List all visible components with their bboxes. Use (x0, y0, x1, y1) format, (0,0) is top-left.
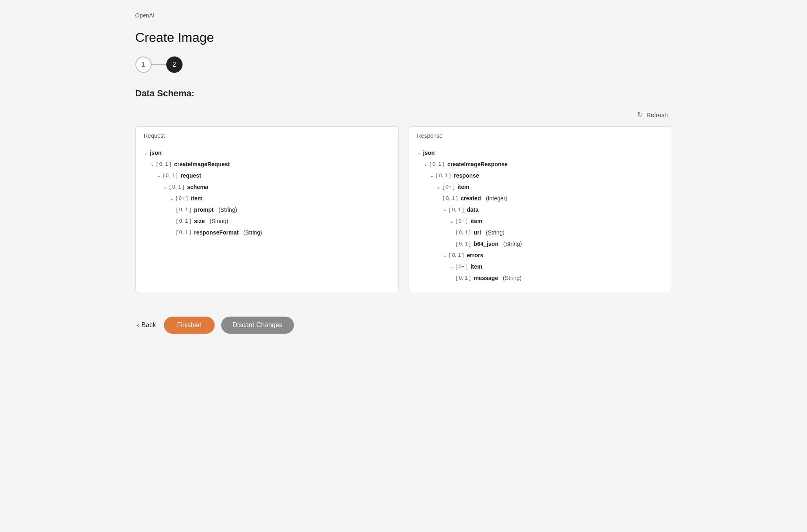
breadcrumb[interactable]: OpenAI (135, 12, 672, 19)
tree-row: [ 0, 1 ] size (String) (144, 215, 390, 227)
chevron-icon[interactable]: ⌄ (157, 171, 161, 180)
step-indicator: 1 2 (135, 56, 672, 73)
response-tree: ⌄ json ⌄ [ 0, 1 ] createImageResponse ⌄ … (409, 143, 672, 292)
response-label: Response (409, 127, 672, 143)
tree-row: [ 0, 1 ] url (String) (417, 227, 663, 238)
tree-row: [ 0, 1 ] b64_json (String) (417, 238, 663, 250)
tree-row: [ 0, 1 ] message (String) (417, 272, 663, 284)
finished-button[interactable]: Finished (164, 317, 214, 334)
tree-row: [ 0, 1 ] prompt (String) (144, 204, 390, 215)
section-title: Data Schema: (135, 88, 672, 99)
tree-row: ⌄ [ 0, 1 ] errors (417, 250, 663, 261)
chevron-icon[interactable]: ⌄ (150, 160, 154, 169)
discard-changes-button[interactable]: Discard Changes (221, 317, 294, 334)
step-2[interactable]: 2 (166, 56, 183, 73)
tree-row: ⌄ json (144, 147, 390, 159)
chevron-icon[interactable]: ⌄ (450, 217, 453, 226)
chevron-icon[interactable]: ⌄ (443, 205, 447, 214)
chevron-icon[interactable]: ⌄ (170, 194, 174, 203)
request-label: Request (136, 127, 398, 143)
chevron-icon[interactable]: ⌄ (163, 182, 167, 191)
page-title: Create Image (135, 30, 672, 45)
tree-row: ⌄ [ 0+ ] item (417, 261, 663, 272)
tree-row: ⌄ [ 0, 1 ] createImageResponse (417, 159, 663, 170)
refresh-label: Refresh (646, 111, 668, 118)
chevron-icon[interactable]: ⌄ (430, 171, 434, 180)
request-panel: Request ⌄ json ⌄ [ 0, 1 ] createImageReq… (135, 126, 399, 292)
chevron-icon[interactable]: ⌄ (437, 182, 440, 191)
chevron-icon[interactable]: ⌄ (417, 148, 421, 157)
tree-row: ⌄ [ 0+ ] item (417, 215, 663, 227)
chevron-icon[interactable]: ⌄ (424, 160, 427, 169)
chevron-icon[interactable]: ⌄ (443, 251, 447, 260)
tree-row: ⌄ [ 0+ ] item (144, 193, 390, 204)
footer: ‹ Back Finished Discard Changes (135, 308, 672, 334)
refresh-row: ↻ Refresh (135, 108, 672, 122)
tree-row: ⌄ [ 0, 1 ] data (417, 204, 663, 215)
schema-columns: Request ⌄ json ⌄ [ 0, 1 ] createImageReq… (135, 126, 672, 292)
tree-row: ⌄ [ 0+ ] item (417, 181, 663, 193)
step-line (152, 64, 166, 65)
tree-row: ⌄ [ 0, 1 ] response (417, 170, 663, 181)
chevron-icon[interactable]: ⌄ (144, 148, 148, 157)
request-tree: ⌄ json ⌄ [ 0, 1 ] createImageRequest ⌄ [… (136, 143, 398, 246)
tree-row: ⌄ [ 0, 1 ] createImageRequest (144, 159, 390, 170)
refresh-icon: ↻ (637, 110, 643, 119)
back-chevron-icon: ‹ (137, 321, 139, 329)
tree-row: [ 0, 1 ] responseFormat (String) (144, 227, 390, 238)
tree-row: ⌄ json (417, 147, 663, 159)
back-label: Back (141, 321, 156, 329)
back-button[interactable]: ‹ Back (135, 318, 158, 332)
response-panel: Response ⌄ json ⌄ [ 0, 1 ] createImageRe… (409, 126, 672, 292)
tree-row: ⌄ [ 0, 1 ] schema (144, 181, 390, 193)
chevron-icon[interactable]: ⌄ (450, 262, 453, 271)
step-1[interactable]: 1 (135, 56, 152, 73)
tree-row: ⌄ [ 0, 1 ] request (144, 170, 390, 181)
tree-row: [ 0, 1 ] created (Integer) (417, 193, 663, 204)
refresh-button[interactable]: ↻ Refresh (633, 108, 672, 122)
